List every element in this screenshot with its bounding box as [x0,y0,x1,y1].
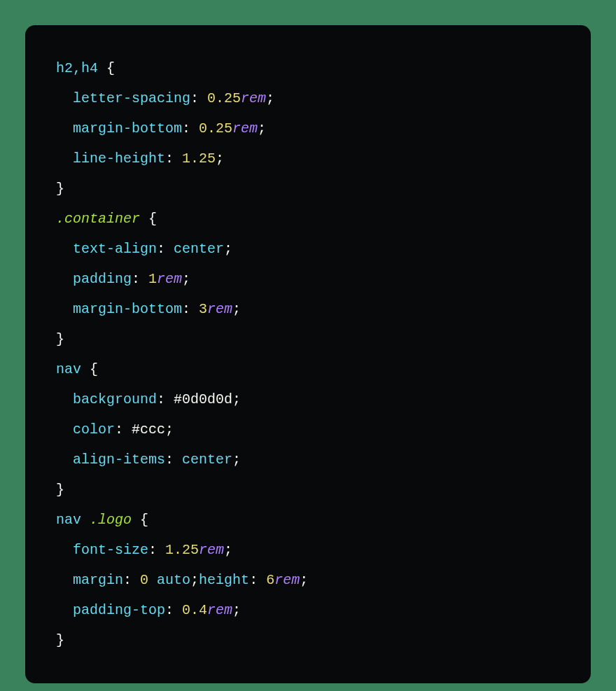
value-keyword: center [174,241,224,257]
property: align-items [73,452,165,468]
property: height [199,572,249,588]
value-number: 0.4 [182,602,207,618]
code-line: h2,h4 { [56,53,560,83]
value-number: 1.25 [165,542,199,558]
code-line: letter-spacing: 0.25rem; [56,83,560,113]
code-line: line-height: 1.25; [56,144,560,174]
value-number: 0.25 [199,120,232,137]
code-line: color: #ccc; [56,414,560,445]
value-unit: rem [241,90,266,106]
property: letter-spacing [73,90,190,106]
code-line: align-items: center; [56,445,560,475]
code-line: } [56,174,560,204]
colon: : [190,90,199,106]
property: margin-bottom [73,120,182,137]
selector-part: nav [56,512,90,528]
value-unit: rem [207,301,232,317]
property: background [73,391,157,407]
code-line: .container { [56,204,560,234]
code-line: } [56,625,560,655]
code-line: margin: 0 auto;height: 6rem; [56,565,560,595]
semicolon: ; [266,90,274,106]
selector: nav [56,361,81,377]
value-number: 0.25 [207,90,241,106]
property: margin [73,572,123,588]
selector: h2,h4 [56,60,98,76]
property: text-align [73,241,157,257]
open-brace: { [106,60,115,76]
code-line: text-align: center; [56,234,560,264]
value-number: 6 [266,572,274,588]
value-keyword: center [182,452,232,468]
code-line: nav .logo { [56,505,560,535]
value-unit: rem [199,542,224,558]
selector-part: .logo [90,512,132,528]
property: margin-bottom [73,301,182,317]
property: color [73,421,115,438]
value-hex: #0d0d0d [174,391,232,407]
code-line: margin-bottom: 3rem; [56,294,560,324]
value-hex: #ccc [132,421,165,438]
css-code-block: h2,h4 { letter-spacing: 0.25rem; margin-… [25,25,591,683]
code-line: padding-top: 0.4rem; [56,595,560,625]
value-unit: rem [232,120,258,137]
value-number: 1 [148,271,157,287]
code-line: } [56,324,560,354]
property: padding [73,271,132,287]
selector: .container [56,211,140,227]
property: padding-top [73,602,165,618]
value-unit: rem [207,602,232,618]
value-unit: rem [157,271,182,287]
property: line-height [73,151,165,167]
code-line: background: #0d0d0d; [56,384,560,414]
value-number: 3 [199,301,207,317]
close-brace: } [56,181,64,197]
code-line: margin-bottom: 0.25rem; [56,113,560,144]
value-number: 1.25 [182,151,216,167]
property: font-size [73,542,148,558]
space [98,60,106,76]
code-line: nav { [56,354,560,384]
value-number: 0 [140,572,148,588]
value-unit: rem [274,572,300,588]
code-line: } [56,475,560,505]
code-line: font-size: 1.25rem; [56,535,560,565]
value-keyword: auto [157,572,190,588]
code-line: padding: 1rem; [56,264,560,294]
